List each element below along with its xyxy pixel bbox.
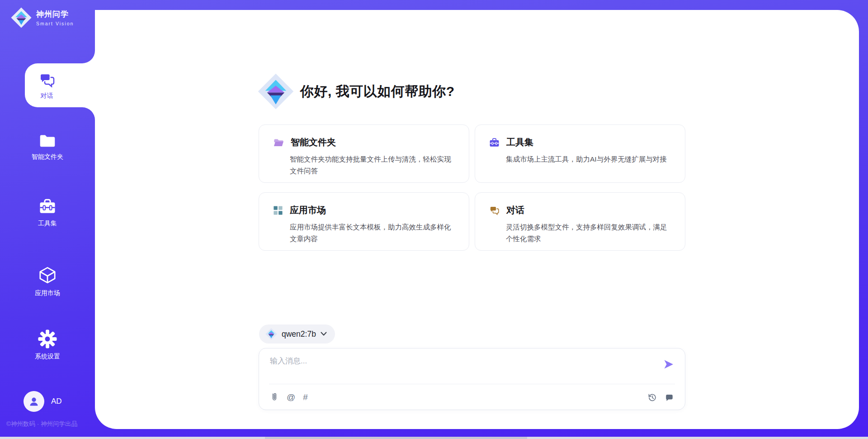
- feature-cards: 智能文件夹 智能文件夹功能支持批量文件上传与清洗，轻松实现文件问答 工具集 集成…: [259, 124, 685, 251]
- sidebar: 神州问学 Smart Vision 对话 智能文件夹 工具集: [0, 0, 95, 439]
- sidebar-item-settings[interactable]: 系统设置: [0, 329, 95, 361]
- horizontal-scrollbar[interactable]: [0, 437, 868, 439]
- card-description: 智能文件夹功能支持批量文件上传与清洗，轻松实现文件问答: [290, 153, 455, 177]
- copyright: ©神州数码 · 神州问学出品: [6, 420, 95, 428]
- person-icon: [27, 395, 41, 408]
- card-description: 集成市场上主流工具，助力AI与外界无缝扩展与对接: [506, 153, 671, 165]
- chat-icon: [489, 205, 500, 216]
- mention-button[interactable]: @: [287, 392, 295, 402]
- sidebar-item-chat[interactable]: 对话: [25, 63, 95, 107]
- greeting-title: 你好, 我可以如何帮助你?: [300, 82, 455, 101]
- brand-diamond-icon: [11, 7, 32, 28]
- card-smart-folder[interactable]: 智能文件夹 智能文件夹功能支持批量文件上传与清洗，轻松实现文件问答: [259, 124, 469, 183]
- user-initials: AD: [51, 397, 62, 406]
- send-button[interactable]: [663, 359, 674, 369]
- toolbox-icon: [38, 197, 57, 215]
- sidebar-item-app-market[interactable]: 应用市场: [0, 265, 95, 297]
- assistant-diamond-icon: [258, 73, 294, 110]
- composer-divider: [269, 384, 675, 384]
- composer: @ #: [259, 348, 685, 410]
- message-input[interactable]: [270, 356, 651, 381]
- scrollbar-thumb[interactable]: [265, 437, 527, 439]
- history-button[interactable]: [647, 393, 657, 402]
- collapse-chat-button[interactable]: [665, 393, 674, 402]
- card-title: 智能文件夹: [291, 136, 336, 148]
- greeting: 你好, 我可以如何帮助你?: [258, 73, 455, 110]
- card-app-market[interactable]: 应用市场 应用市场提供丰富长文本模板，助力高效生成多样化文章内容: [259, 192, 469, 251]
- folder-icon: [38, 133, 57, 149]
- sidebar-item-label: 应用市场: [35, 289, 60, 297]
- card-title: 对话: [506, 204, 524, 216]
- send-icon: [663, 359, 674, 369]
- concave-curve-bottom: [82, 107, 95, 133]
- chat-bubble-icon: [665, 393, 674, 402]
- gear-icon: [38, 329, 57, 348]
- brand-subtitle: Smart Vision: [36, 21, 74, 26]
- model-diamond-icon: [265, 328, 277, 340]
- sidebar-item-smart-folder[interactable]: 智能文件夹: [0, 133, 95, 161]
- history-icon: [647, 393, 657, 402]
- hashtag-icon: #: [303, 392, 308, 402]
- toolbox-icon: [489, 137, 500, 148]
- card-description: 灵活切换多模型文件，支持多样回复效果调试，满足个性化需求: [506, 221, 671, 245]
- grid-icon: [273, 205, 283, 216]
- composer-toolbar: @ #: [270, 388, 674, 406]
- card-toolbox[interactable]: 工具集 集成市场上主流工具，助力AI与外界无缝扩展与对接: [475, 124, 685, 183]
- card-title: 应用市场: [290, 204, 326, 216]
- sidebar-item-label: 工具集: [38, 220, 57, 228]
- chevron-down-icon: [321, 332, 327, 336]
- card-description: 应用市场提供丰富长文本模板，助力高效生成多样化文章内容: [290, 221, 455, 245]
- sidebar-item-label: 智能文件夹: [32, 153, 63, 161]
- sidebar-item-toolbox[interactable]: 工具集: [0, 197, 95, 228]
- model-selector[interactable]: qwen2:7b: [259, 324, 335, 344]
- model-name: qwen2:7b: [282, 329, 316, 339]
- card-chat[interactable]: 对话 灵活切换多模型文件，支持多样回复效果调试，满足个性化需求: [475, 192, 685, 251]
- user-profile[interactable]: AD: [24, 391, 62, 412]
- cube-icon: [38, 265, 57, 285]
- avatar: [24, 391, 44, 412]
- sidebar-item-label: 系统设置: [35, 353, 60, 361]
- hashtag-button[interactable]: #: [303, 392, 308, 402]
- sidebar-item-label: 对话: [41, 92, 53, 100]
- chat-icon: [38, 71, 56, 89]
- brand-name: 神州问学: [36, 9, 74, 19]
- brand: 神州问学 Smart Vision: [11, 7, 74, 28]
- card-title: 工具集: [506, 136, 533, 148]
- attach-button[interactable]: [270, 392, 279, 402]
- paperclip-icon: [270, 392, 279, 402]
- main-panel: 你好, 我可以如何帮助你? 智能文件夹 智能文件夹功能支持批量文件上传与清洗，轻…: [95, 10, 859, 429]
- concave-curve-top: [82, 38, 95, 63]
- mention-icon: @: [287, 392, 295, 402]
- folder-open-icon: [273, 137, 284, 148]
